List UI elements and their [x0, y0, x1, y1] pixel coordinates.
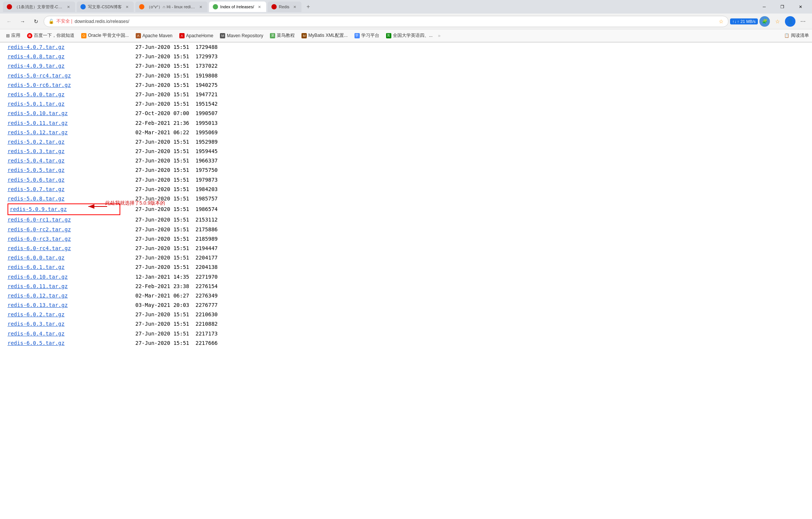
file-link[interactable]: redis-5.0.12.tar.gz	[8, 128, 120, 137]
file-size: 1986574	[195, 205, 218, 214]
table-row: redis-6.0.5.tar.gz27-Jun-2020 15:5122176…	[8, 338, 804, 348]
file-size: 1947721	[195, 90, 218, 99]
navigation-bar: ← → ↻ 🔓 不安全 | download.redis.io/releases…	[0, 14, 812, 29]
refresh-button[interactable]: ↻	[30, 15, 42, 27]
bookmark-apachehome[interactable]: A ApacheHome	[176, 32, 217, 39]
more-bookmarks[interactable]: »	[436, 33, 442, 38]
settings-button[interactable]: ⋯	[797, 15, 809, 27]
file-size: 1984203	[195, 185, 218, 194]
file-link[interactable]: redis-5.0.3.tar.gz	[8, 147, 120, 156]
new-tab-button[interactable]: +	[303, 2, 314, 12]
file-size: 1729488	[195, 42, 218, 52]
file-link[interactable]: redis-6.0.3.tar.gz	[8, 319, 120, 329]
bookmark-star-nav-icon[interactable]: ☆	[771, 15, 783, 27]
table-row: redis-6.0.13.tar.gz03-May-2021 20:032276…	[8, 300, 804, 310]
bookmark-english[interactable]: 英 全国大学英语四、...	[383, 31, 436, 40]
file-link[interactable]: redis-6.0-rc1.tar.gz	[8, 215, 120, 225]
bookmark-mybatis[interactable]: M MyBatis XML配置...	[298, 31, 351, 40]
file-link[interactable]: redis-5.0.10.tar.gz	[8, 109, 120, 118]
table-row: redis-5.0.5.tar.gz27-Jun-2020 15:5119757…	[8, 165, 804, 175]
file-link[interactable]: redis-5.0.8.tar.gz	[8, 194, 120, 203]
file-link[interactable]: redis-4.0.7.tar.gz	[8, 42, 120, 52]
tab-close-4[interactable]: ✕	[256, 4, 262, 10]
file-date: 27-Jun-2020 15:51	[120, 234, 195, 244]
tab-redis[interactable]: Redis ✕	[268, 2, 301, 12]
table-row: redis-5.0.12.tar.gz02-Mar-2021 06:221995…	[8, 128, 804, 137]
file-date: 27-Jun-2020 15:51	[120, 310, 195, 319]
tab-close-2[interactable]: ✕	[124, 4, 130, 10]
reading-mode-icon: 📋	[784, 33, 789, 38]
table-row: redis-6.0.0.tar.gz27-Jun-2020 15:5122041…	[8, 253, 804, 263]
file-link[interactable]: redis-6.0.10.tar.gz	[8, 272, 120, 282]
bookmark-study[interactable]: 学 学习平台	[351, 31, 382, 40]
tab-close-5[interactable]: ✕	[292, 4, 298, 10]
bookmark-maven-repo[interactable]: M Maven Repository	[217, 32, 266, 39]
file-link[interactable]: redis-6.0-rc4.tar.gz	[8, 244, 120, 253]
file-link[interactable]: redis-6.0-rc2.tar.gz	[8, 225, 120, 234]
file-link[interactable]: redis-5.0-rc6.tar.gz	[8, 80, 120, 90]
file-link[interactable]: redis-5.0.7.tar.gz	[8, 185, 120, 194]
file-link[interactable]: redis-5.0.0.tar.gz	[8, 90, 120, 99]
file-link[interactable]: redis-6.0.12.tar.gz	[8, 291, 120, 300]
table-row: redis-5.0.1.tar.gz27-Jun-2020 15:5119515…	[8, 99, 804, 109]
file-date: 02-Mar-2021 06:22	[120, 128, 195, 137]
file-link[interactable]: redis-5.0.5.tar.gz	[8, 165, 120, 175]
file-link[interactable]: redis-4.0.9.tar.gz	[8, 61, 120, 71]
table-row: redis-5.0.11.tar.gz22-Feb-2021 21:361995…	[8, 118, 804, 128]
file-link[interactable]: redis-6.0.2.tar.gz	[8, 310, 120, 319]
address-bar[interactable]: 🔓 不安全 | download.redis.io/releases/ ☆	[44, 16, 729, 27]
maximize-button[interactable]: ❐	[774, 0, 791, 14]
file-link[interactable]: redis-5.0.6.tar.gz	[8, 175, 120, 185]
file-date: 27-Jun-2020 15:51	[120, 165, 195, 175]
tab-label: （o°v°）∩ Hi - linux redis 下载...	[147, 4, 195, 10]
file-size: 1951542	[195, 99, 218, 109]
file-date: 27-Oct-2020 07:00	[120, 109, 195, 118]
bookmark-label: MyBatis XML配置...	[308, 32, 348, 39]
file-link[interactable]: redis-6.0-rc3.tar.gz	[8, 234, 120, 244]
file-date: 27-Jun-2020 15:51	[120, 338, 195, 348]
file-link[interactable]: redis-6.0.4.tar.gz	[8, 329, 120, 338]
reading-mode-label[interactable]: 阅读清单	[791, 32, 809, 39]
tab-write-csdn[interactable]: 写文章-CSDN博客 ✕	[77, 2, 134, 12]
file-link[interactable]: redis-6.0.0.tar.gz	[8, 253, 120, 263]
bookmark-maven[interactable]: A Apache Maven	[133, 32, 176, 39]
file-date: 27-Jun-2020 15:51	[120, 329, 195, 338]
bookmark-label: Oracle 甲骨文中国...	[88, 32, 129, 39]
file-link[interactable]: redis-5.0.4.tar.gz	[8, 156, 120, 165]
file-link[interactable]: redis-5.0.2.tar.gz	[8, 137, 120, 147]
tab-close-3[interactable]: ✕	[198, 4, 204, 10]
mybatis-favicon: M	[301, 33, 307, 38]
bookmark-baidu[interactable]: B 百度一下，你就知道	[24, 31, 77, 40]
file-link[interactable]: redis-5.0.9.tar.gz	[8, 203, 120, 215]
file-size: 1952989	[195, 137, 218, 147]
file-link[interactable]: redis-6.0.13.tar.gz	[8, 300, 120, 310]
file-link[interactable]: redis-6.0.1.tar.gz	[8, 263, 120, 272]
file-link[interactable]: redis-4.0.8.tar.gz	[8, 52, 120, 61]
close-button[interactable]: ✕	[792, 0, 809, 14]
download-badge[interactable]: ↑↓ ↑ 21 MB/s	[730, 18, 758, 24]
page-content: redis-4.0.7.tar.gz27-Jun-2020 15:5117294…	[0, 42, 812, 518]
forward-button[interactable]: →	[17, 15, 29, 27]
profile-icon[interactable]: 👤	[785, 16, 795, 27]
file-link[interactable]: redis-5.0.1.tar.gz	[8, 99, 120, 109]
window-controls: ─ ❐ ✕	[756, 0, 809, 14]
tab-close-1[interactable]: ✕	[65, 4, 71, 10]
minimize-button[interactable]: ─	[756, 0, 773, 14]
bookmark-apps[interactable]: ⊞ 应用	[3, 31, 23, 40]
bookmark-label: 百度一下，你就知道	[34, 32, 74, 39]
file-link[interactable]: redis-5.0.11.tar.gz	[8, 118, 120, 128]
bookmark-runoob[interactable]: 菜 菜鸟教程	[267, 31, 298, 40]
english-favicon: 英	[386, 33, 391, 38]
tab-index-releases[interactable]: Index of /releases/ ✕	[209, 2, 266, 12]
file-link[interactable]: redis-5.0-rc4.tar.gz	[8, 71, 120, 80]
bookmark-oracle[interactable]: O Oracle 甲骨文中国...	[78, 31, 132, 40]
back-button[interactable]: ←	[3, 15, 15, 27]
file-size: 2175886	[195, 225, 218, 234]
url-text: download.redis.io/releases/	[74, 19, 717, 24]
file-link[interactable]: redis-6.0.5.tar.gz	[8, 338, 120, 348]
tab-csdn-article[interactable]: （1条消息）文章管理-CSDN博客 ✕	[3, 2, 75, 12]
tab-hi-redis[interactable]: （o°v°）∩ Hi - linux redis 下载... ✕	[135, 2, 208, 12]
file-link[interactable]: redis-6.0.11.tar.gz	[8, 282, 120, 291]
bookmark-star-icon[interactable]: ☆	[719, 18, 724, 24]
extension-icon[interactable]: 🧩	[759, 16, 770, 27]
